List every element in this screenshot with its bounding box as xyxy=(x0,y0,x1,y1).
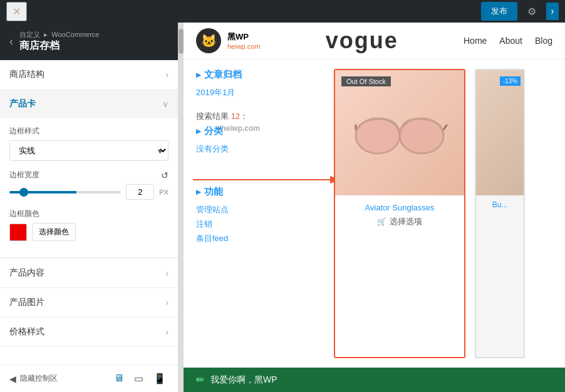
border-style-select[interactable]: 实线 无 虚线 点线 xyxy=(9,140,168,161)
border-width-slider[interactable] xyxy=(9,191,121,193)
section-label-product-image: 产品图片 xyxy=(9,297,44,308)
sunglasses-svg xyxy=(350,101,450,164)
arrow-button[interactable]: › xyxy=(546,3,559,20)
product-image-2 xyxy=(476,70,524,195)
category-title: 分类 heiwp.com xyxy=(196,125,321,137)
reset-icon[interactable]: ↺ xyxy=(161,170,168,180)
site-nav: Home About Blog xyxy=(464,36,552,46)
product-action-1[interactable]: 🛒 选择选项 xyxy=(343,216,457,227)
preview-content: 文章归档 2019年1月 搜索结果 12： 分类 heiwp.com 没有分类 xyxy=(184,59,565,368)
watermark: heiwp.com xyxy=(221,124,260,133)
color-swatch[interactable] xyxy=(9,224,27,241)
product-name-1: Aviator Sunglasses xyxy=(343,203,457,212)
archive-link-jan2019[interactable]: 2019年1月 xyxy=(196,87,321,98)
section-label: 商店结构 xyxy=(9,69,44,80)
product-image-1 xyxy=(335,70,464,195)
breadcrumb-link-woocommerce[interactable]: WooCommerce xyxy=(51,31,99,38)
border-width-unit: PX xyxy=(159,188,168,196)
choose-color-button[interactable]: 选择颜色 xyxy=(32,223,76,241)
product-grid: Out Of Stock xyxy=(334,69,552,358)
chevron-right-icon-2: › xyxy=(165,268,168,278)
section-label-product-content: 产品内容 xyxy=(9,267,44,279)
product-card-1: Out Of Stock xyxy=(334,69,465,358)
product-name-2: Bu... xyxy=(481,200,519,209)
gear-button[interactable]: ⚙ xyxy=(524,3,540,20)
border-style-label: 边框样式 xyxy=(9,126,168,137)
add-to-cart-label: 选择选项 xyxy=(390,216,422,227)
category-link-none[interactable]: 没有分类 xyxy=(196,143,321,155)
search-count: 12 xyxy=(231,111,240,121)
page-title: 商店存档 xyxy=(19,39,99,53)
nav-home[interactable]: Home xyxy=(464,36,487,46)
chevron-down-icon: ∨ xyxy=(162,99,168,109)
chevron-right-icon-3: › xyxy=(165,297,168,307)
hide-controls-button[interactable]: ◀ 隐藏控制区 xyxy=(9,373,58,384)
main-area: ‹ 自定义 ▸ WooCommerce 商店存档 商店结构 › xyxy=(0,23,565,392)
desktop-icon[interactable]: 🖥 xyxy=(111,371,127,386)
chevron-right-icon-4: › xyxy=(165,327,168,337)
customizer-header: ‹ 自定义 ▸ WooCommerce 商店存档 xyxy=(0,23,178,60)
admin-bar: ✕ 发布 ⚙ › xyxy=(0,0,565,23)
site-name: 黑WP xyxy=(227,31,261,43)
bottom-bar: ✏ 我爱你啊，黑WP xyxy=(184,368,565,392)
hide-icon: ◀ xyxy=(9,374,16,384)
arrow-container xyxy=(196,167,321,186)
border-width-label: 边框宽度 xyxy=(9,170,39,180)
function-link-feed[interactable]: 条目feed xyxy=(196,233,321,244)
hide-controls-label: 隐藏控制区 xyxy=(20,373,58,384)
app-container: ✕ 发布 ⚙ › ‹ 自定义 ▸ WooCommerce 商店存档 xyxy=(0,0,565,392)
back-button[interactable]: ‹ xyxy=(9,35,13,48)
site-logo: 🐱 xyxy=(196,28,221,53)
product-badge-pct: -13% xyxy=(500,76,521,86)
archive-title: 文章归档 xyxy=(196,69,321,81)
border-width-input[interactable] xyxy=(126,184,154,200)
preview-site-header: 🐱 黑WP heiwp.com vogue Home About Blog xyxy=(184,23,565,59)
breadcrumb: 自定义 ▸ WooCommerce xyxy=(19,30,99,39)
chevron-right-icon: › xyxy=(165,70,168,80)
customizer-sections: 商店结构 › 产品卡 ∨ 边框样式 xyxy=(0,60,178,364)
function-link-logout[interactable]: 注销 xyxy=(196,219,321,230)
product-card-2: -13% Bu... xyxy=(475,69,525,358)
edit-icon: ✏ xyxy=(196,374,204,386)
section-content-product-card: 边框样式 实线 无 虚线 点线 xyxy=(0,118,178,258)
section-label-more: 价格样式 xyxy=(9,326,44,338)
border-style-group: 边框样式 实线 无 虚线 点线 xyxy=(9,126,168,161)
publish-button[interactable]: 发布 xyxy=(481,2,517,21)
border-width-group: 边框宽度 ↺ PX xyxy=(9,170,168,200)
section-item-product-content[interactable]: 产品内容 › xyxy=(0,259,178,288)
bottom-text: 我爱你啊，黑WP xyxy=(210,374,277,386)
close-button[interactable]: ✕ xyxy=(6,2,27,21)
breadcrumb-link-customize[interactable]: 自定义 xyxy=(19,31,40,38)
scrollbar-thumb xyxy=(179,29,184,54)
mobile-icon[interactable]: 📱 xyxy=(151,371,168,386)
sidebar-archive-section: 文章归档 2019年1月 xyxy=(196,69,321,98)
border-color-label: 边框颜色 xyxy=(9,209,168,219)
arrow-annotation xyxy=(190,167,353,199)
svg-line-6 xyxy=(443,125,447,130)
preview-area: 🐱 黑WP heiwp.com vogue Home About Blog xyxy=(184,23,565,392)
section-item-shop-structure[interactable]: 商店结构 › xyxy=(0,60,178,90)
customizer-footer: ◀ 隐藏控制区 🖥 ▭ 📱 xyxy=(0,364,178,392)
customizer-panel: ‹ 自定义 ▸ WooCommerce 商店存档 商店结构 › xyxy=(0,23,179,392)
preview-scrollbar[interactable] xyxy=(179,23,184,392)
sidebar-category-section: 分类 heiwp.com 没有分类 xyxy=(196,125,321,155)
section-item-more[interactable]: 价格样式 › xyxy=(0,317,178,347)
section-expanded-header[interactable]: 产品卡 ∨ xyxy=(0,90,178,118)
site-title: vogue xyxy=(326,28,398,54)
site-url: heiwp.com xyxy=(227,43,261,50)
tablet-icon[interactable]: ▭ xyxy=(132,371,146,386)
cart-icon: 🛒 xyxy=(377,217,386,226)
site-logo-area: 🐱 黑WP heiwp.com xyxy=(196,28,261,53)
product-info-1: Aviator Sunglasses 🛒 选择选项 xyxy=(335,195,464,235)
section-item-product-image[interactable]: 产品图片 › xyxy=(0,288,178,317)
device-icons: 🖥 ▭ 📱 xyxy=(111,371,168,386)
nav-about[interactable]: About xyxy=(499,36,522,46)
cat-icon: 🐱 xyxy=(201,33,217,48)
product-badge-out-of-stock: Out Of Stock xyxy=(341,76,391,86)
function-link-admin[interactable]: 管理站点 xyxy=(196,204,321,215)
section-label-product-card: 产品卡 xyxy=(9,98,36,110)
preview-left-sidebar: 文章归档 2019年1月 搜索结果 12： 分类 heiwp.com 没有分类 xyxy=(196,69,321,358)
nav-blog[interactable]: Blog xyxy=(535,36,552,46)
border-color-group: 边框颜色 选择颜色 xyxy=(9,209,168,241)
section-product-card: 产品卡 ∨ 边框样式 实线 无 虚线 点线 xyxy=(0,90,178,259)
